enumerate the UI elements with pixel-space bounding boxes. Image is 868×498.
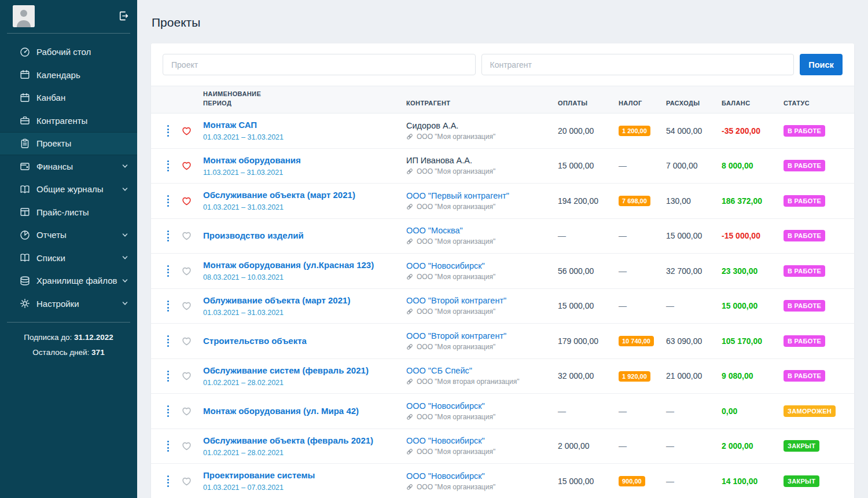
favorite-button[interactable]	[182, 126, 192, 136]
favorite-button[interactable]	[182, 266, 192, 276]
balance-value: 23 300,00	[722, 266, 757, 276]
sidebar-item-desktop[interactable]: Рабочий стол	[0, 41, 137, 64]
contractor-link[interactable]: ООО "Новосибирск"	[406, 471, 558, 481]
favorite-button[interactable]	[182, 301, 192, 310]
project-name-link[interactable]: Обслуживание систем (февраль 2021)	[203, 365, 369, 375]
organization-link[interactable]: ООО "Моя организация"	[406, 448, 558, 456]
status-badge: В РАБОТЕ	[784, 125, 825, 137]
contractor-link[interactable]: ООО "Москва"	[406, 226, 558, 235]
kebab-menu-button[interactable]	[165, 123, 171, 138]
chevron-down-icon	[122, 301, 128, 306]
project-search-input[interactable]	[163, 54, 476, 75]
project-name-link[interactable]: Монтаж оборудования (ул.Красная 123)	[203, 260, 374, 270]
kebab-menu-button[interactable]	[165, 159, 171, 174]
contractor-link[interactable]: ООО "Второй контрагент"	[406, 331, 558, 340]
project-name-link[interactable]: Строительство объекта	[203, 336, 307, 346]
favorite-button[interactable]	[182, 407, 192, 416]
sidebar-item-projects[interactable]: Проекты	[0, 132, 137, 155]
project-name-link[interactable]: Обслуживание объекта (март 2021)	[203, 190, 355, 200]
status-badge: В РАБОТЕ	[784, 195, 825, 207]
contractor-link[interactable]: ООО "Второй контрагент"	[406, 296, 558, 305]
sidebar-item-kanban[interactable]: Канбан	[0, 86, 137, 109]
project-name-link[interactable]: Монтаж САП	[203, 120, 257, 130]
table-row[interactable]: Монтаж САП01.03.2021 – 31.03.2021Сидоров…	[151, 113, 854, 149]
table-row[interactable]: Облуживание объекта (март 2021)01.03.202…	[151, 289, 854, 324]
table-row[interactable]: Обслуживание систем (февраль 2021)01.02.…	[151, 359, 854, 394]
logout-icon[interactable]	[118, 10, 129, 21]
favorite-button[interactable]	[182, 336, 192, 346]
kebab-menu-button[interactable]	[165, 474, 171, 489]
sidebar-item-pricelists[interactable]: Прайс-листы	[0, 201, 137, 224]
organization-link[interactable]: ООО "Моя организация"	[406, 343, 558, 351]
project-period: 11.03.2021 – 31.03.2021	[203, 169, 406, 177]
kebab-menu-button[interactable]	[165, 263, 171, 279]
table-row[interactable]: Производство изделийООО "Москва"ООО "Моя…	[151, 219, 854, 254]
organization-link[interactable]: ООО "Моя организация"	[406, 307, 558, 316]
contractor-link[interactable]: ООО "Новосибирск"	[406, 401, 558, 411]
favorite-button[interactable]	[182, 477, 192, 486]
contractor-cell: ООО "Первый контрагент"ООО "Моя организа…	[406, 191, 558, 211]
organization-link[interactable]: ООО "Моя организация"	[406, 273, 558, 281]
project-name-link[interactable]: Монтаж оборудования	[203, 155, 301, 165]
sidebar-item-reports[interactable]: Отчеты	[0, 224, 137, 247]
sidebar-item-settings[interactable]: Настройки	[0, 292, 137, 316]
main-content: Проекты Поиск НАИМЕНОВАНИЕ ПЕРИОД КОНТРА…	[137, 0, 868, 498]
kebab-menu-button[interactable]	[165, 193, 171, 208]
status-cell: ЗАМОРОЖЕН	[784, 405, 854, 417]
table-row[interactable]: Монтаж оборудования11.03.2021 – 31.03.20…	[151, 149, 854, 184]
sidebar-item-finance[interactable]: Финансы	[0, 155, 137, 178]
avatar[interactable]	[13, 5, 35, 27]
kebab-menu-button[interactable]	[165, 229, 171, 244]
contractor-link[interactable]: ООО "Первый контрагент"	[406, 191, 558, 200]
contractor-search-input[interactable]	[481, 54, 795, 75]
table-row[interactable]: Обслуживание объекта (март 2021)01.03.20…	[151, 184, 854, 219]
project-name-link[interactable]: Проектирование системы	[203, 470, 315, 480]
expenses-value: 32 700,00	[666, 266, 702, 276]
organization-link[interactable]: ООО "Моя организация"	[406, 483, 558, 491]
table-row[interactable]: Обслуживание объекта (февраль 2021)01.02…	[151, 429, 854, 464]
kebab-menu-button[interactable]	[165, 439, 171, 454]
table-row[interactable]: Монтаж оборудования (ул. Мира 42)ООО "Но…	[151, 394, 854, 429]
sidebar-item-files[interactable]: Хранилище файлов	[0, 269, 137, 292]
expenses-cell: 63 090,00	[666, 336, 722, 346]
organization-link[interactable]: ООО "Моя организация"	[406, 237, 558, 246]
project-name-link[interactable]: Производство изделий	[203, 230, 304, 240]
dashboard-icon	[20, 47, 30, 57]
table-row[interactable]: Монтаж оборудования (ул.Красная 123)08.0…	[151, 254, 854, 289]
organization-name: ООО "Моя организация"	[417, 483, 495, 491]
calendar-icon	[20, 69, 30, 80]
organization-link[interactable]: ООО "Моя организация"	[406, 167, 558, 175]
sidebar-item-journals[interactable]: Общие журналы	[0, 178, 137, 201]
contractor-link[interactable]: ООО "СБ Спейс"	[406, 366, 558, 375]
organization-link[interactable]: ООО "Моя организация"	[406, 413, 558, 421]
project-name-link[interactable]: Монтаж оборудования (ул. Мира 42)	[203, 406, 359, 416]
contractor-link[interactable]: ООО "Новосибирск"	[406, 436, 558, 445]
table-row[interactable]: Строительство объектаООО "Второй контраг…	[151, 324, 854, 359]
organization-link[interactable]: ООО "Моя организация"	[406, 203, 558, 211]
payments-cell: 32 000,00	[558, 371, 619, 381]
expenses-cell: —	[666, 476, 722, 486]
sidebar-item-calendar[interactable]: Календарь	[0, 64, 137, 87]
kebab-menu-button[interactable]	[165, 369, 171, 384]
kebab-menu-button[interactable]	[165, 334, 171, 349]
favorite-button[interactable]	[182, 196, 192, 206]
favorite-button[interactable]	[182, 161, 192, 170]
database-icon	[20, 276, 30, 286]
balance-value: 186 372,00	[722, 196, 762, 206]
organization-link[interactable]: ООО "Моя организация"	[406, 133, 558, 141]
table-row[interactable]: Проектирование системы01.03.2021 – 07.03…	[151, 464, 854, 498]
project-name-link[interactable]: Обслуживание объекта (февраль 2021)	[203, 435, 373, 445]
search-button[interactable]: Поиск	[800, 54, 843, 75]
pie-icon	[20, 230, 30, 240]
project-name-link[interactable]: Облуживание объекта (март 2021)	[203, 295, 350, 305]
kebab-menu-button[interactable]	[165, 299, 171, 314]
favorite-button[interactable]	[182, 371, 192, 380]
link-icon	[406, 343, 413, 350]
contractor-link[interactable]: ООО "Новосибирск"	[406, 261, 558, 270]
favorite-button[interactable]	[182, 441, 192, 451]
sidebar-item-contractors[interactable]: Контрагенты	[0, 109, 137, 133]
sidebar-item-lists[interactable]: Списки	[0, 247, 137, 270]
kebab-menu-button[interactable]	[165, 404, 171, 419]
favorite-button[interactable]	[182, 231, 192, 240]
organization-link[interactable]: ООО "Моя вторая организация"	[406, 378, 558, 386]
